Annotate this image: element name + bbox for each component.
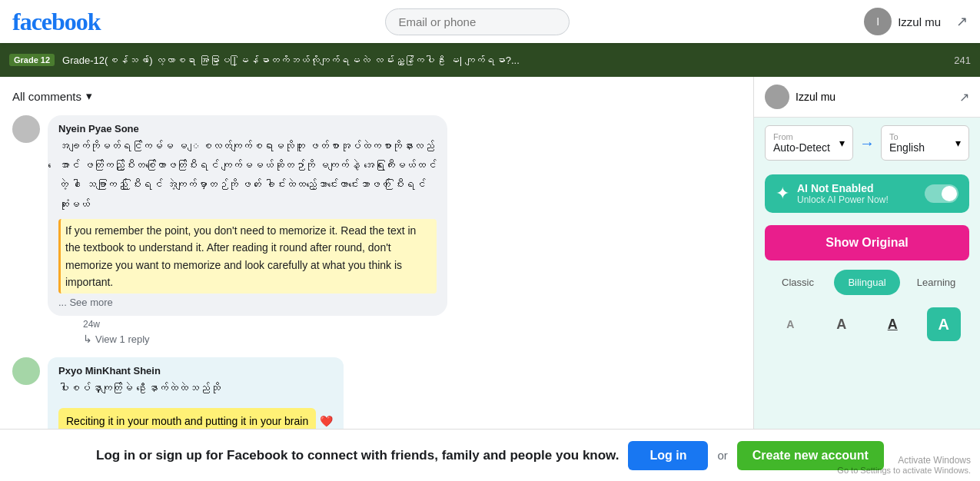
create-account-button[interactable]: Create new account [737, 441, 884, 470]
sub-header-number: 241 [954, 55, 971, 66]
panel-header: Izzul mu ↗ [754, 77, 980, 118]
comment-translated: If you remember the point, you don't nee… [58, 219, 437, 294]
mode-tabs: Classic Bilingual Learning [765, 270, 969, 295]
share-icon[interactable]: ↗ [956, 13, 968, 30]
facebook-logo: facebook [12, 8, 101, 36]
sub-header-title: Grade-12(စန်သစ်) လေ့လာစရာ အမြာ့ပြ | မြန်… [62, 55, 946, 66]
comment-bubble-2: Pxyo MinKhant Shein ပါးစပ်နှာကျတ်မြဲ ဦးန… [48, 357, 344, 429]
header: facebook I Izzul mu ↗ [0, 0, 980, 43]
to-value: English [889, 141, 925, 154]
panel-avatar [765, 85, 789, 109]
avatar [12, 357, 40, 385]
font-size-small-button[interactable]: A [773, 307, 807, 341]
comment-time: 24w [83, 319, 100, 330]
font-size-row: A A A A [754, 301, 980, 347]
search-input[interactable] [385, 8, 570, 35]
to-label: To [889, 132, 925, 141]
bottom-cta-text: Log in or sign up for Facebook to connec… [96, 448, 619, 463]
ai-toggle[interactable] [925, 184, 958, 203]
ai-text-block: AI Not Enabled Unlock AI Power Now! [797, 182, 917, 205]
main-content: All comments ▾ Nyein Pyae Sone အချက်ကိုမ… [0, 77, 980, 429]
ai-toggle-row: ✦ AI Not Enabled Unlock AI Power Now! [765, 174, 969, 213]
show-original-button[interactable]: Show Original [765, 225, 969, 260]
avatar: I [864, 8, 892, 35]
toggle-knob [942, 186, 957, 201]
header-user: I Izzul mu [855, 5, 950, 38]
comment-text-myanmar: အချက်ကိုမတ်ရင်ကြမ်မ မ ျ စလတ်ကျက်စရာမလိုဘ… [58, 137, 437, 214]
grade-badge: Grade 12 [9, 54, 55, 66]
table-row: Nyein Pyae Sone အချက်ကိုမတ်ရင်ကြမ်မ မ ျ … [12, 115, 741, 345]
see-more-link[interactable]: ... See more [58, 297, 437, 308]
tab-classic[interactable]: Classic [765, 270, 831, 295]
comment-meta: 24w [83, 319, 447, 330]
avatar [12, 115, 40, 143]
to-language-select[interactable]: To English ▾ [881, 125, 969, 161]
header-right: I Izzul mu ↗ [855, 5, 968, 38]
comment-translated-2: Reciting it in your mouth and putting it… [58, 408, 316, 430]
star-icon: ✦ [776, 184, 789, 204]
comments-dropdown-icon[interactable]: ▾ [86, 89, 92, 103]
ai-subtitle: Unlock AI Power Now! [797, 194, 917, 205]
chevron-down-icon-2: ▾ [955, 137, 961, 149]
ai-title: AI Not Enabled [797, 182, 917, 194]
tab-learning[interactable]: Learning [903, 270, 969, 295]
login-button[interactable]: Log in [628, 441, 708, 470]
bottom-bar: Log in or sign up for Facebook to connec… [0, 429, 980, 481]
arrow-icon: → [859, 134, 875, 152]
font-size-xlarge-button[interactable]: A [927, 307, 961, 341]
panel-user-name: Izzul mu [796, 91, 835, 103]
comment-author-2: Pxyo MinKhant Shein [58, 365, 333, 377]
view-reply-link[interactable]: View 1 reply [83, 333, 447, 345]
sub-header: Grade 12 Grade-12(စန်သစ်) လေ့လာစရာ အမြာ့… [0, 43, 980, 77]
from-label: From [773, 132, 830, 141]
panel-user: Izzul mu [765, 85, 835, 109]
comment-author: Nyein Pyae Sone [58, 123, 437, 134]
all-comments-label: All comments [12, 90, 81, 103]
font-size-medium-button[interactable]: A [825, 307, 859, 341]
panel-share-icon[interactable]: ↗ [959, 90, 969, 104]
comments-section: All comments ▾ Nyein Pyae Sone အချက်ကိုမ… [0, 77, 753, 429]
font-size-large-button[interactable]: A [875, 307, 909, 341]
comment-text-myanmar-2: ပါးစပ်နှာကျတ်မြဲ ဦးနောက်ထဲထဲသည်သို [58, 379, 333, 398]
all-comments-header: All comments ▾ [12, 89, 741, 103]
comment-bubble: Nyein Pyae Sone အချက်ကိုမတ်ရင်ကြမ်မ မ ျ … [48, 115, 447, 316]
translation-panel: Izzul mu ↗ From Auto-Detect ▾ → To Engli… [753, 77, 980, 429]
chevron-down-icon: ▾ [839, 137, 845, 149]
from-value: Auto-Detect [773, 141, 830, 154]
table-row: Pxyo MinKhant Shein ပါးစပ်နှာကျတ်မြဲ ဦးန… [12, 357, 741, 429]
language-row: From Auto-Detect ▾ → To English ▾ [754, 118, 980, 168]
tab-bilingual[interactable]: Bilingual [834, 270, 900, 295]
heart-emoji: ❤️ [320, 415, 333, 427]
user-name: Izzul mu [898, 15, 941, 28]
or-text: or [717, 449, 727, 462]
from-language-select[interactable]: From Auto-Detect ▾ [765, 125, 853, 161]
